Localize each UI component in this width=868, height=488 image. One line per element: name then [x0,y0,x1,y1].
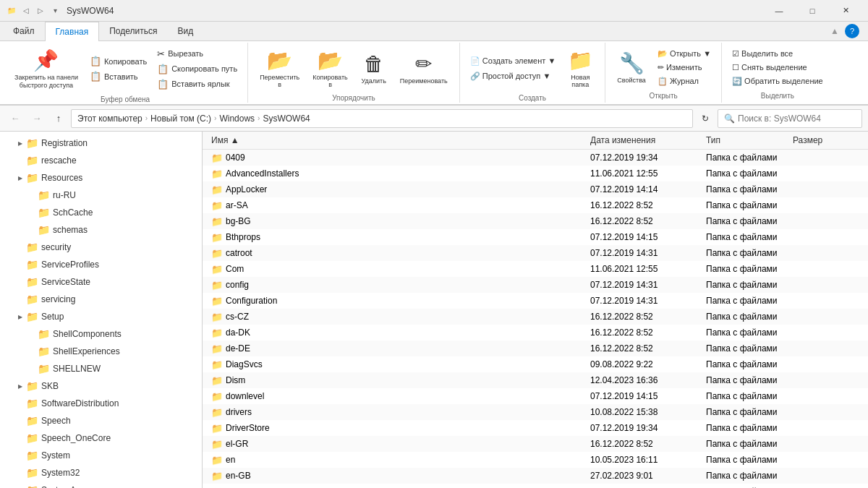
maximize-button[interactable]: □ [796,0,829,22]
table-row[interactable]: 📁 da-DK 16.12.2022 8:52 Папка с файлами [203,325,868,341]
sidebar-item-speech-onecore[interactable]: 📁 Speech_OneCore [0,429,202,447]
sidebar-item-servicestate[interactable]: 📁 ServiceState [0,273,202,291]
file-list: Имя ▲ Дата изменения Тип Размер 📁 0409 0… [203,132,868,488]
tab-home[interactable]: Главная [45,22,100,41]
table-row[interactable]: 📁 config 07.12.2019 14:31 Папка с файлам… [203,277,868,293]
ribbon-collapse-btn[interactable]: ▲ [830,26,839,36]
table-row[interactable]: 📁 Com 11.06.2021 12:55 Папка с файлами [203,261,868,277]
select-all-button[interactable]: ☑ Выделить все [728,48,827,60]
sidebar-item-registration[interactable]: ▶ 📁 Registration [0,134,202,152]
table-row[interactable]: 📁 ar-SA 16.12.2022 8:52 Папка с файлами [203,197,868,213]
file-date: 07.12.2019 19:34 [587,153,703,163]
sidebar-item-system32[interactable]: 📁 System32 [0,464,202,481]
down-arrow-icon: ▾ [49,5,61,17]
tab-view[interactable]: Вид [167,22,203,40]
sidebar-item-rescache[interactable]: 📁 rescache [0,152,202,169]
table-row[interactable]: 📁 cs-CZ 16.12.2022 8:52 Папка с файлами [203,309,868,325]
file-name: 📁 0409 [208,153,587,163]
table-row[interactable]: 📁 el-GR 16.12.2022 8:52 Папка с файлами [203,436,868,452]
forward-button[interactable]: → [27,109,46,128]
file-type: Папка с файлами [703,200,790,210]
close-button[interactable]: ✕ [829,0,862,22]
search-input[interactable] [738,114,856,124]
sidebar-item-systemapps[interactable]: 📁 SystemApps [0,481,202,488]
easy-access-button[interactable]: 🔗 Простой доступ ▼ [466,70,561,82]
copy-to-button[interactable]: 📂 Копироватьв [307,46,353,91]
history-button[interactable]: 📋 Журнал [653,75,715,87]
main-content: ▶ 📁 Registration 📁 rescache ▶ 📁 Resource… [0,132,868,488]
file-date: 16.12.2022 8:52 [587,200,703,210]
file-name-text: AdvancedInstallers [226,168,299,179]
sidebar-item-system[interactable]: 📁 System [0,447,202,464]
folder-icon: 📁 [26,259,38,270]
col-type[interactable]: Тип [703,134,790,147]
rename-button[interactable]: ✏ Переименовать [394,49,454,87]
breadcrumb-computer[interactable]: Этот компьютер [77,114,142,124]
sidebar-item-schcache[interactable]: 📁 SchCache [0,204,202,221]
paste-button[interactable]: 📋 Вставить [85,69,151,83]
table-row[interactable]: 📁 Bthprops 07.12.2019 14:15 Папка с файл… [203,229,868,245]
table-row[interactable]: 📁 catroot 07.12.2019 14:31 Папка с файла… [203,245,868,261]
tab-file[interactable]: Файл [3,22,45,40]
back-button[interactable]: ← [6,109,25,128]
sidebar-item-skb[interactable]: ▶ 📁 SKB [0,377,202,395]
move-to-button[interactable]: 📂 Переместитьв [254,46,305,91]
sidebar-item-shellcomponents[interactable]: 📁 ShellComponents [0,325,202,343]
sidebar-item-serviceprofiles[interactable]: 📁 ServiceProfiles [0,256,202,273]
table-row[interactable]: 📁 de-DE 16.12.2022 8:52 Папка с файлами [203,341,868,356]
table-row[interactable]: 📁 downlevel 07.12.2019 14:15 Папка с фай… [203,388,868,404]
col-date[interactable]: Дата изменения [587,134,703,147]
copy-button[interactable]: 📋 Копировать [85,54,151,68]
sidebar-item-shellexperiences[interactable]: 📁 ShellExperiences [0,343,202,360]
table-row[interactable]: 📁 AdvancedInstallers 11.06.2021 12:55 Па… [203,166,868,181]
refresh-button[interactable]: ↻ [696,109,715,128]
pin-button[interactable]: 📌 Закрепить на панелибыстрого доступа [9,46,84,93]
copy-path-button[interactable]: 📋 Скопировать путь [153,62,242,76]
properties-button[interactable]: 🔧 Свойства [611,48,652,87]
table-row[interactable]: 📁 0409 07.12.2019 19:34 Папка с файлами [203,150,868,166]
help-button[interactable]: ? [845,24,859,38]
delete-button[interactable]: 🗑 Удалить [355,49,393,87]
up-button[interactable]: ↑ [49,109,68,128]
open-button[interactable]: 📂 Открыть ▼ [653,48,715,60]
sidebar-item-setup[interactable]: ▶ 📁 Setup [0,308,202,325]
breadcrumb-drive[interactable]: Новый том (C:) [150,114,211,124]
table-row[interactable]: 📁 AppLocker 07.12.2019 14:14 Папка с фай… [203,181,868,197]
sidebar-item-security[interactable]: 📁 security [0,239,202,256]
ribbon-group-new: 📄 Создать элемент ▼ 🔗 Простой доступ ▼ 📁… [460,43,606,103]
file-date: 16.12.2022 8:52 [587,216,703,226]
table-row[interactable]: 📁 DriverStore 07.12.2019 19:34 Папка с ф… [203,420,868,436]
table-row[interactable]: 📁 en-GB 27.02.2023 9:01 Папка с файлами [203,468,868,484]
minimize-button[interactable]: — [762,0,796,22]
sidebar-item-shellnew[interactable]: 📁 SHELLNEW [0,360,202,377]
paste-shortcut-button[interactable]: 📋 Вставить ярлык [153,77,242,91]
sidebar-item-softwaredist[interactable]: 📁 SoftwareDistribution [0,395,202,412]
sidebar-item-schemas[interactable]: 📁 schemas [0,221,202,239]
sidebar-item-resources[interactable]: ▶ 📁 Resources [0,169,202,187]
table-row[interactable]: 📁 drivers 10.08.2022 15:38 Папка с файла… [203,404,868,420]
folder-icon: 📁 [211,232,223,243]
new-item-button[interactable]: 📄 Создать элемент ▼ [466,55,561,67]
open-label: 📂 Открыть ▼ [658,49,711,59]
col-name[interactable]: Имя ▲ [208,134,587,147]
edit-button[interactable]: ✏ Изменить [653,61,715,74]
invert-selection-button[interactable]: 🔄 Обратить выделение [728,75,827,87]
cut-button[interactable]: ✂ Вырезать [153,47,242,61]
table-row[interactable]: 📁 en 10.05.2023 16:11 Папка с файлами [203,452,868,468]
col-size[interactable]: Размер [790,134,848,147]
table-row[interactable]: 📁 bg-BG 16.12.2022 8:52 Папка с файлами [203,213,868,229]
deselect-button[interactable]: ☐ Снять выделение [728,61,827,74]
sidebar-item-ruru[interactable]: 📁 ru-RU [0,187,202,204]
breadcrumb-windows[interactable]: Windows [219,114,255,124]
table-row[interactable]: 📁 DiagSvcs 09.08.2022 9:22 Папка с файла… [203,356,868,372]
table-row[interactable]: 📁 Configuration 07.12.2019 14:31 Папка с… [203,293,868,309]
new-folder-button[interactable]: 📁 Новаяпапка [561,46,599,91]
folder-icon: 📁 [211,248,223,259]
table-row[interactable]: 📁 en-US 28.07.2023 14:31 Папка с файлами [203,484,868,488]
file-name: 📁 ar-SA [208,200,587,211]
rename-icon: ✏ [415,52,432,76]
sidebar-item-speech[interactable]: 📁 Speech [0,412,202,429]
table-row[interactable]: 📁 Dism 12.04.2023 16:36 Папка с файлами [203,372,868,388]
sidebar-item-servicing[interactable]: 📁 servicing [0,291,202,308]
tab-share[interactable]: Поделиться [99,22,167,40]
